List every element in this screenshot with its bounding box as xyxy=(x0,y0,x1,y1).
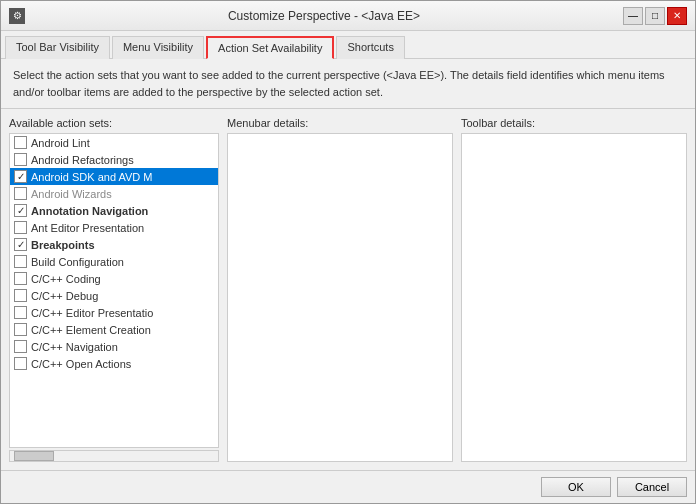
list-item[interactable]: ✓Annotation Navigation xyxy=(10,202,218,219)
item-label-android-wizards: Android Wizards xyxy=(31,188,112,200)
main-window: ⚙ Customize Perspective - <Java EE> — □ … xyxy=(0,0,696,504)
item-label-ant-editor: Ant Editor Presentation xyxy=(31,222,144,234)
list-item[interactable]: C/C++ Open Actions xyxy=(10,355,218,372)
tab-menu[interactable]: Menu Visibility xyxy=(112,36,204,59)
main-content: Available action sets: Android LintAndro… xyxy=(1,109,695,470)
item-label-cpp-element: C/C++ Element Creation xyxy=(31,324,151,336)
checkbox-annotation-navigation[interactable]: ✓ xyxy=(14,204,27,217)
list-item[interactable]: Android Lint xyxy=(10,134,218,151)
available-label: Available action sets: xyxy=(9,117,219,129)
window-title: Customize Perspective - <Java EE> xyxy=(25,9,623,23)
item-label-build-config: Build Configuration xyxy=(31,256,124,268)
item-label-cpp-debug: C/C++ Debug xyxy=(31,290,98,302)
middle-panel: Menubar details: xyxy=(227,117,453,462)
list-item[interactable]: Android Wizards xyxy=(10,185,218,202)
maximize-button[interactable]: □ xyxy=(645,7,665,25)
list-item[interactable]: C/C++ Element Creation xyxy=(10,321,218,338)
checkbox-cpp-element[interactable] xyxy=(14,323,27,336)
item-label-annotation-navigation: Annotation Navigation xyxy=(31,205,148,217)
menubar-label: Menubar details: xyxy=(227,117,453,129)
horizontal-scrollbar[interactable] xyxy=(9,450,219,462)
checkbox-android-refactorings[interactable] xyxy=(14,153,27,166)
toolbar-details xyxy=(461,133,687,462)
title-bar: ⚙ Customize Perspective - <Java EE> — □ … xyxy=(1,1,695,31)
checkbox-cpp-navigation[interactable] xyxy=(14,340,27,353)
ok-button[interactable]: OK xyxy=(541,477,611,497)
right-panel: Toolbar details: xyxy=(461,117,687,462)
window-icon: ⚙ xyxy=(9,8,25,24)
item-label-cpp-open-actions: C/C++ Open Actions xyxy=(31,358,131,370)
checkbox-ant-editor[interactable] xyxy=(14,221,27,234)
checkbox-android-wizards[interactable] xyxy=(14,187,27,200)
menubar-details xyxy=(227,133,453,462)
close-button[interactable]: ✕ xyxy=(667,7,687,25)
bottom-buttons: OK Cancel xyxy=(1,470,695,503)
item-label-android-refactorings: Android Refactorings xyxy=(31,154,134,166)
checkbox-cpp-editor[interactable] xyxy=(14,306,27,319)
list-item[interactable]: C/C++ Navigation xyxy=(10,338,218,355)
tabs-bar: Tool Bar Visibility Menu Visibility Acti… xyxy=(1,31,695,59)
description-text: Select the action sets that you want to … xyxy=(1,59,695,109)
list-item[interactable]: ✓Android SDK and AVD M xyxy=(10,168,218,185)
tab-action[interactable]: Action Set Availability xyxy=(206,36,334,59)
left-panel: Available action sets: Android LintAndro… xyxy=(9,117,219,462)
item-label-android-lint: Android Lint xyxy=(31,137,90,149)
checkbox-breakpoints[interactable]: ✓ xyxy=(14,238,27,251)
checkbox-cpp-debug[interactable] xyxy=(14,289,27,302)
action-sets-wrapper: Android LintAndroid Refactorings✓Android… xyxy=(9,133,219,462)
item-label-cpp-coding: C/C++ Coding xyxy=(31,273,101,285)
checkbox-android-lint[interactable] xyxy=(14,136,27,149)
tab-shortcuts[interactable]: Shortcuts xyxy=(336,36,404,59)
item-label-cpp-navigation: C/C++ Navigation xyxy=(31,341,118,353)
list-item[interactable]: C/C++ Coding xyxy=(10,270,218,287)
item-label-android-sdk-avd: Android SDK and AVD M xyxy=(31,171,152,183)
cancel-button[interactable]: Cancel xyxy=(617,477,687,497)
list-item[interactable]: Build Configuration xyxy=(10,253,218,270)
checkbox-android-sdk-avd[interactable]: ✓ xyxy=(14,170,27,183)
list-item[interactable]: ✓Breakpoints xyxy=(10,236,218,253)
action-sets-list[interactable]: Android LintAndroid Refactorings✓Android… xyxy=(9,133,219,448)
item-label-cpp-editor: C/C++ Editor Presentatio xyxy=(31,307,153,319)
checkbox-build-config[interactable] xyxy=(14,255,27,268)
list-item[interactable]: C/C++ Editor Presentatio xyxy=(10,304,218,321)
title-controls: — □ ✕ xyxy=(623,7,687,25)
scrollbar-thumb[interactable] xyxy=(14,451,54,461)
item-label-breakpoints: Breakpoints xyxy=(31,239,95,251)
minimize-button[interactable]: — xyxy=(623,7,643,25)
tab-toolbar[interactable]: Tool Bar Visibility xyxy=(5,36,110,59)
toolbar-label: Toolbar details: xyxy=(461,117,687,129)
checkbox-cpp-coding[interactable] xyxy=(14,272,27,285)
list-item[interactable]: C/C++ Debug xyxy=(10,287,218,304)
checkbox-cpp-open-actions[interactable] xyxy=(14,357,27,370)
list-item[interactable]: Ant Editor Presentation xyxy=(10,219,218,236)
list-item[interactable]: Android Refactorings xyxy=(10,151,218,168)
